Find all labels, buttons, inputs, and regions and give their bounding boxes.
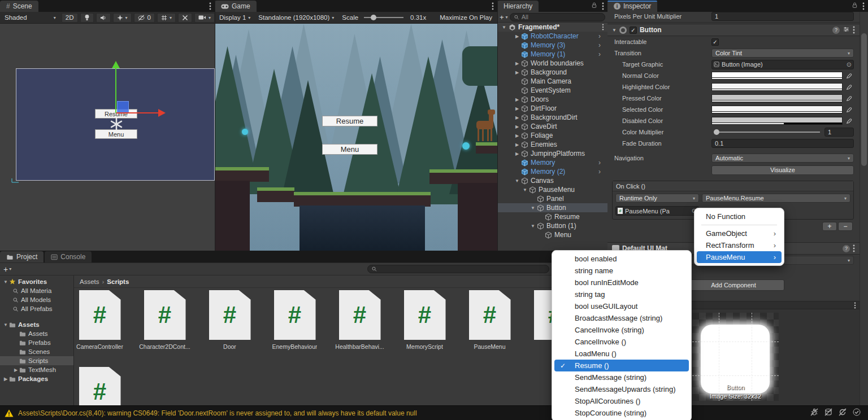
game-viewport[interactable]: Resume Menu xyxy=(215,24,497,251)
expand-arrow-icon[interactable]: ▶ xyxy=(12,368,19,373)
debugger-disabled-icon[interactable] xyxy=(810,408,819,418)
script-asset[interactable]: # MemoryScript xyxy=(392,288,457,365)
color-swatch[interactable] xyxy=(711,106,843,113)
check-circle-icon[interactable] xyxy=(852,408,861,418)
inspector-scrollbar[interactable] xyxy=(860,12,868,405)
hierarchy-menu-icon[interactable] xyxy=(602,2,604,10)
hierarchy-item[interactable]: Memory (3) › xyxy=(497,41,607,50)
maximize-on-play-button[interactable]: Maximize On Play xyxy=(436,13,496,23)
component-enabled-checkbox[interactable]: ✓ xyxy=(630,27,637,34)
hierarchy-item[interactable]: ▼ PauseMenu xyxy=(497,185,607,194)
game-menu-button[interactable]: Menu xyxy=(322,144,377,155)
expand-arrow-icon[interactable]: ▶ xyxy=(513,124,521,129)
script-asset[interactable]: # PauseMenu xyxy=(457,288,522,365)
tab-game[interactable]: Game xyxy=(215,1,257,12)
hierarchy-item[interactable]: Menu xyxy=(497,230,607,239)
fade-duration-field[interactable]: 0.1 xyxy=(711,139,854,148)
favorites-item[interactable]: All Models xyxy=(0,295,73,304)
color-swatch[interactable] xyxy=(711,94,843,102)
add-asset-button[interactable]: + xyxy=(3,265,8,274)
button-component-header[interactable]: ▼ ✓ Button ? xyxy=(607,24,860,36)
expand-arrow-icon[interactable]: ▶ xyxy=(513,151,521,156)
script-asset[interactable]: # HealthbarBehavi... xyxy=(327,288,392,365)
color-multiplier-slider[interactable] xyxy=(714,132,820,133)
hierarchy-item[interactable]: ▶ CaveDirt xyxy=(497,122,607,131)
hierarchy-item[interactable]: Main Camera xyxy=(497,77,607,86)
display-dropdown[interactable]: Display 1▾ xyxy=(216,13,254,23)
slider-knob[interactable] xyxy=(714,129,719,135)
visualize-button[interactable]: Visualize xyxy=(711,165,854,175)
favorites-item[interactable]: All Prefabs xyxy=(0,304,73,313)
menu-item[interactable]: bool enabled xyxy=(554,253,689,265)
resolution-dropdown[interactable]: Standalone (1920x1080)▾ xyxy=(255,13,337,23)
hierarchy-search[interactable] xyxy=(510,13,605,21)
scale-slider[interactable] xyxy=(364,17,403,18)
hierarchy-item[interactable]: Resume xyxy=(497,212,607,221)
hierarchy-item[interactable]: ▼ Canvas xyxy=(497,176,607,185)
tab-scene[interactable]: # Scene xyxy=(0,1,38,12)
hierarchy-item[interactable]: Memory (2) › xyxy=(497,167,607,176)
menu-item[interactable]: StopCoroutine (string) xyxy=(554,407,689,419)
script-asset[interactable]: # Character2DCont... xyxy=(132,288,197,365)
project-search-input[interactable] xyxy=(379,266,545,273)
expand-arrow-icon[interactable]: ▶ xyxy=(513,142,521,147)
menu-item[interactable]: ✓ Resume () xyxy=(554,360,689,371)
prefab-chevron-icon[interactable]: › xyxy=(598,41,607,49)
interactable-checkbox[interactable]: ✓ xyxy=(711,38,719,46)
folder-item[interactable]: Scenes xyxy=(0,347,73,356)
scene-camera-button[interactable]: ▾ xyxy=(194,13,215,23)
event-mode-dropdown[interactable]: Runtime Only▾ xyxy=(615,194,699,203)
hierarchy-item[interactable]: ▶ BackgroundDirt xyxy=(497,113,607,122)
effects-dropdown-button[interactable]: ▾ xyxy=(113,13,132,23)
preview-menu-icon[interactable] xyxy=(854,302,856,309)
add-event-button[interactable]: + xyxy=(822,222,837,231)
console-warning-message[interactable]: Assets\Scripts\Door.cs(8,40): warning CS… xyxy=(18,409,417,417)
expand-arrow-icon[interactable]: ▶ xyxy=(513,97,521,102)
menu-item[interactable]: BroadcastMessage (string) xyxy=(554,312,689,324)
menu-item[interactable]: RectTransform › xyxy=(697,239,782,251)
scene-header-row[interactable]: ▼ Fragmented* xyxy=(497,23,607,32)
ppu-field[interactable]: 1 xyxy=(711,12,854,21)
gizmo-x-axis[interactable] xyxy=(116,112,158,113)
cache-disabled-icon[interactable] xyxy=(824,408,833,418)
transition-dropdown[interactable]: Color Tint▾ xyxy=(711,49,854,58)
event-target-field[interactable]: # PauseMenu (Pa ⊙ xyxy=(615,206,699,216)
gizmo-y-axis[interactable] xyxy=(115,68,116,113)
script-asset[interactable]: # Door xyxy=(197,288,262,365)
folder-item[interactable]: ▼ Assets xyxy=(0,320,73,329)
event-function-dropdown[interactable]: PauseMenu.Resume▾ xyxy=(702,194,850,203)
menu-item[interactable]: StopAllCoroutines () xyxy=(554,395,689,407)
expand-arrow-icon[interactable]: ▼ xyxy=(529,224,537,229)
menu-item[interactable]: bool runInEditMode xyxy=(554,277,689,288)
hierarchy-item[interactable]: EventSystem xyxy=(497,86,607,95)
presets-icon[interactable] xyxy=(843,26,850,34)
hierarchy-item[interactable]: ▶ Enemies xyxy=(497,140,607,149)
script-asset[interactable]: # CameraController xyxy=(73,288,132,365)
favorites-item[interactable]: All Materia xyxy=(0,286,73,295)
eyedropper-icon[interactable] xyxy=(845,106,854,113)
expand-arrow-icon[interactable]: ▼ xyxy=(521,187,529,193)
menu-item[interactable]: string name xyxy=(554,265,689,277)
scene-tools-button[interactable] xyxy=(178,13,192,23)
color-multiplier-field[interactable]: 1 xyxy=(824,128,854,137)
hierarchy-item[interactable]: Memory (1) › xyxy=(497,50,607,59)
eyedropper-icon[interactable] xyxy=(845,72,854,80)
hierarchy-item[interactable]: ▶ Foliage xyxy=(497,131,607,140)
caret-down-icon[interactable]: ▾ xyxy=(506,15,508,20)
eyedropper-icon[interactable] xyxy=(845,94,854,102)
menu-item[interactable]: LoadMenu () xyxy=(554,348,689,360)
color-swatch[interactable] xyxy=(711,83,843,91)
project-search[interactable] xyxy=(367,265,549,273)
folder-item[interactable]: Scripts xyxy=(0,356,73,365)
menu-item[interactable]: No Function xyxy=(697,211,782,222)
material-menu-icon[interactable] xyxy=(853,244,855,252)
scene-options-icon[interactable] xyxy=(602,24,607,30)
gizmo-rect-handle[interactable] xyxy=(117,101,129,113)
status-bar[interactable]: Assets\Scripts\Door.cs(8,40): warning CS… xyxy=(0,405,868,420)
remove-event-button[interactable]: − xyxy=(838,222,853,231)
object-picker-icon[interactable]: ⊙ xyxy=(847,61,852,68)
menu-item[interactable]: CancelInvoke (string) xyxy=(554,324,689,336)
tab-project[interactable]: Project xyxy=(0,251,44,262)
hierarchy-item[interactable]: Memory › xyxy=(497,158,607,167)
hierarchy-item[interactable]: ▶ Doors xyxy=(497,95,607,104)
